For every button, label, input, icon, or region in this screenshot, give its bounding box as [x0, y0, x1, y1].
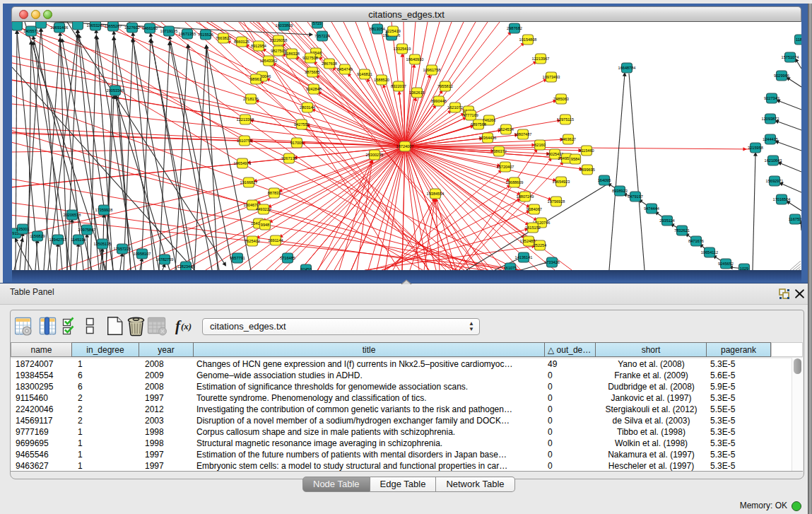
- svg-text:9427552: 9427552: [294, 122, 310, 127]
- svg-text:13325419: 13325419: [394, 47, 411, 51]
- svg-text:12213967: 12213967: [532, 57, 550, 61]
- svg-text:1156829: 1156829: [30, 234, 45, 238]
- svg-text:1362615: 1362615: [409, 90, 425, 95]
- svg-text:16782759: 16782759: [156, 257, 174, 262]
- svg-text:2867608: 2867608: [322, 62, 337, 66]
- svg-text:8322037: 8322037: [391, 84, 406, 88]
- svg-text:7955812: 7955812: [437, 84, 453, 88]
- svg-text:10543362: 10543362: [260, 59, 278, 63]
- svg-text:116753: 116753: [789, 217, 801, 221]
- svg-text:25300275: 25300275: [366, 153, 384, 157]
- svg-text:15692971: 15692971: [766, 179, 784, 183]
- svg-text:2718176: 2718176: [243, 97, 259, 101]
- svg-text:12505135: 12505135: [94, 242, 112, 246]
- svg-text:5723: 5723: [313, 22, 322, 25]
- svg-text:6479197: 6479197: [628, 194, 643, 199]
- svg-text:7832621: 7832621: [674, 228, 690, 233]
- svg-text:10154808: 10154808: [519, 37, 537, 42]
- svg-text:8912954: 8912954: [251, 44, 266, 48]
- svg-text:10973493: 10973493: [543, 75, 560, 79]
- svg-text:18807249: 18807249: [517, 194, 534, 199]
- svg-text:20206578: 20206578: [64, 213, 81, 217]
- svg-text:9948: 9948: [261, 223, 269, 227]
- svg-text:10961758: 10961758: [423, 68, 441, 72]
- svg-text:2935114: 2935114: [659, 218, 674, 223]
- svg-text:18640910: 18640910: [406, 57, 424, 62]
- svg-text:1145194: 1145194: [71, 238, 86, 242]
- svg-text:(x): (x): [181, 321, 192, 332]
- svg-text:2987682: 2987682: [507, 26, 522, 30]
- svg-text:17016504: 17016504: [773, 197, 791, 201]
- svg-text:252254: 252254: [534, 243, 547, 247]
- svg-text:12213369: 12213369: [237, 117, 254, 122]
- svg-text:20053346: 20053346: [107, 88, 124, 93]
- svg-text:8660125: 8660125: [234, 40, 249, 44]
- svg-text:3215958: 3215958: [748, 146, 763, 150]
- svg-text:9084067: 9084067: [526, 207, 542, 211]
- svg-text:6466160: 6466160: [142, 26, 158, 30]
- svg-text:7485063: 7485063: [553, 97, 569, 101]
- svg-text:6897568: 6897568: [471, 122, 486, 127]
- svg-text:10655267: 10655267: [105, 24, 122, 28]
- svg-text:9657791: 9657791: [230, 256, 245, 260]
- svg-text:917006: 917006: [290, 141, 304, 145]
- svg-text:23226058: 23226058: [270, 38, 288, 42]
- svg-text:8813054: 8813054: [370, 27, 385, 31]
- svg-text:8454749: 8454749: [337, 67, 353, 71]
- svg-text:9777169: 9777169: [463, 113, 478, 117]
- svg-text:1621072: 1621072: [447, 105, 463, 110]
- svg-text:19756928: 19756928: [548, 199, 565, 204]
- svg-text:10688609: 10688609: [506, 180, 524, 185]
- svg-text:1615152: 1615152: [525, 226, 541, 230]
- svg-text:7515526: 7515526: [198, 33, 213, 37]
- svg-text:4493222: 4493222: [256, 207, 271, 211]
- svg-text:7386372: 7386372: [491, 149, 507, 153]
- svg-text:1588520: 1588520: [374, 78, 389, 82]
- svg-text:9699695: 9699695: [579, 168, 595, 172]
- svg-text:9245652: 9245652: [718, 262, 734, 266]
- svg-text:8990448: 8990448: [431, 99, 447, 103]
- svg-text:12093872: 12093872: [762, 117, 779, 121]
- svg-text:20364436: 20364436: [479, 136, 497, 140]
- svg-text:8186328: 8186328: [284, 52, 300, 56]
- svg-text:1733426: 1733426: [544, 260, 560, 264]
- svg-text:9242848: 9242848: [306, 87, 322, 91]
- svg-text:887833: 887833: [268, 191, 281, 195]
- svg-text:19166827: 19166827: [240, 180, 258, 185]
- svg-text:7357224: 7357224: [314, 34, 330, 38]
- svg-text:10653267: 10653267: [87, 23, 105, 28]
- svg-text:19384554: 19384554: [427, 192, 445, 196]
- svg-text:17359928: 17359928: [95, 208, 113, 212]
- svg-text:9463627: 9463627: [560, 137, 576, 141]
- svg-text:9327508: 9327508: [302, 56, 318, 60]
- svg-text:1527602: 1527602: [124, 25, 140, 30]
- svg-text:8471676: 8471676: [688, 239, 704, 243]
- svg-text:9029966: 9029966: [774, 74, 789, 78]
- svg-text:10671355: 10671355: [179, 32, 196, 36]
- svg-text:1691144: 1691144: [268, 238, 283, 243]
- svg-text:3267130: 3267130: [281, 156, 297, 160]
- svg-text:16033809: 16033809: [276, 23, 293, 28]
- svg-text:14136141: 14136141: [515, 255, 533, 259]
- svg-text:17957225: 17957225: [114, 247, 131, 251]
- svg-text:12975115: 12975115: [557, 117, 574, 122]
- svg-text:10719135: 10719135: [160, 29, 178, 33]
- svg-text:1225419: 1225419: [385, 29, 401, 33]
- svg-text:7663822: 7663822: [216, 36, 231, 40]
- svg-text:12942757: 12942757: [49, 238, 67, 242]
- svg-text:12823446: 12823446: [177, 264, 195, 269]
- svg-text:1244415: 1244415: [763, 137, 778, 141]
- svg-text:16648784: 16648784: [618, 66, 636, 70]
- svg-text:9227343: 9227343: [764, 96, 779, 100]
- svg-text:135001: 135001: [16, 227, 30, 231]
- svg-text:9584: 9584: [571, 157, 579, 161]
- svg-text:98961: 98961: [250, 77, 261, 81]
- svg-text:15751074: 15751074: [782, 55, 799, 59]
- svg-text:15720407: 15720407: [497, 165, 514, 169]
- svg-text:1405571: 1405571: [23, 29, 39, 33]
- svg-text:20691406: 20691406: [51, 25, 69, 30]
- svg-text:19654971: 19654971: [234, 161, 252, 165]
- svg-text:16210643: 16210643: [765, 158, 782, 163]
- svg-text:8938923: 8938923: [612, 189, 628, 193]
- svg-text:2803144: 2803144: [300, 105, 315, 110]
